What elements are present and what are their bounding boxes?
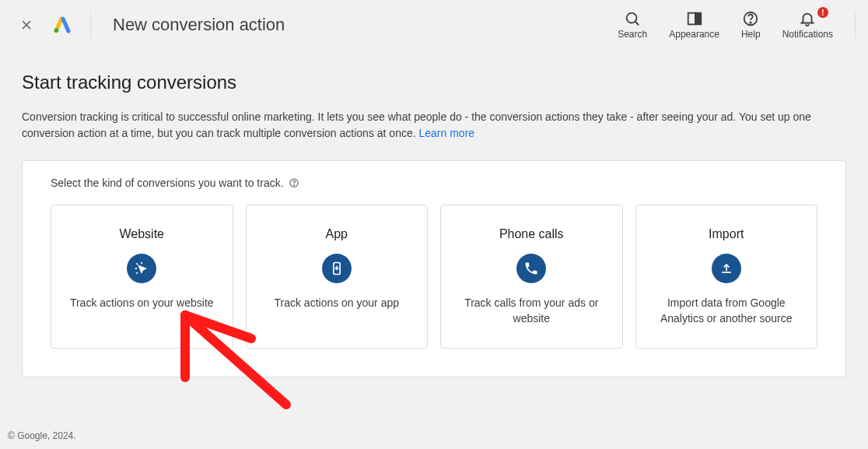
search-label: Search <box>618 29 647 40</box>
close-button[interactable] <box>19 17 34 33</box>
appearance-icon <box>686 10 703 27</box>
options-row: Website Track actions on your website Ap… <box>51 205 817 349</box>
header-right: Search Appearance Help ! Notifications <box>618 10 856 40</box>
option-phone-desc: Track calls from your ads or website <box>453 296 610 326</box>
cursor-click-icon <box>127 254 156 283</box>
option-app-desc: Track actions on your app <box>274 296 399 311</box>
phone-download-icon <box>322 254 352 283</box>
select-prompt-text: Select the kind of conversions you want … <box>51 177 284 189</box>
footer-copyright: © Google, 2024. <box>8 430 76 441</box>
option-app[interactable]: App Track actions on your app <box>246 205 429 349</box>
svg-line-4 <box>635 22 639 26</box>
ads-logo-icon <box>53 16 72 34</box>
search-button[interactable]: Search <box>618 10 647 40</box>
google-ads-logo <box>53 16 72 34</box>
search-icon <box>624 10 641 27</box>
option-phone-calls[interactable]: Phone calls Track calls from your ads or… <box>440 205 623 349</box>
bell-icon <box>799 10 816 27</box>
svg-point-2 <box>54 28 59 33</box>
svg-line-14 <box>137 272 138 274</box>
description-text: Conversion tracking is critical to succe… <box>22 110 811 139</box>
section-description: Conversion tracking is critical to succe… <box>22 109 846 142</box>
selection-card: Select the kind of conversions you want … <box>22 160 846 377</box>
header-vertical-divider <box>855 11 856 39</box>
appearance-button[interactable]: Appearance <box>669 10 719 40</box>
header-left: New conversion action <box>19 12 285 37</box>
option-website-title: Website <box>119 227 164 241</box>
appearance-label: Appearance <box>669 29 719 40</box>
svg-rect-6 <box>695 13 700 25</box>
learn-more-link[interactable]: Learn more <box>419 127 475 139</box>
section-heading: Start tracking conversions <box>22 72 846 93</box>
upload-icon <box>712 254 741 283</box>
help-icon <box>742 10 759 27</box>
option-phone-title: Phone calls <box>499 227 564 241</box>
option-import[interactable]: Import Import data from Google Analytics… <box>635 205 818 349</box>
phone-icon <box>516 254 546 283</box>
svg-line-11 <box>137 263 138 265</box>
info-icon[interactable] <box>289 177 299 188</box>
option-import-title: Import <box>709 227 744 241</box>
option-website-desc: Track actions on your website <box>70 296 214 311</box>
option-website[interactable]: Website Track actions on your website <box>51 205 233 349</box>
svg-point-10 <box>293 185 294 186</box>
svg-point-8 <box>751 22 751 23</box>
svg-rect-5 <box>688 13 695 25</box>
notification-badge: ! <box>817 7 828 18</box>
help-label: Help <box>741 29 761 40</box>
option-import-desc: Import data from Google Analytics or ano… <box>649 296 805 326</box>
main-content: Start tracking conversions Conversion tr… <box>0 50 868 377</box>
svg-point-3 <box>627 13 637 23</box>
notifications-label: Notifications <box>782 29 833 40</box>
close-icon <box>19 17 34 33</box>
select-prompt-row: Select the kind of conversions you want … <box>51 177 817 189</box>
header-bar: New conversion action Search Appearance … <box>0 0 868 50</box>
help-button[interactable]: Help <box>741 10 761 40</box>
header-divider <box>90 12 91 37</box>
option-app-title: App <box>326 227 348 241</box>
notifications-button[interactable]: ! Notifications <box>782 10 833 40</box>
page-title: New conversion action <box>113 15 285 35</box>
